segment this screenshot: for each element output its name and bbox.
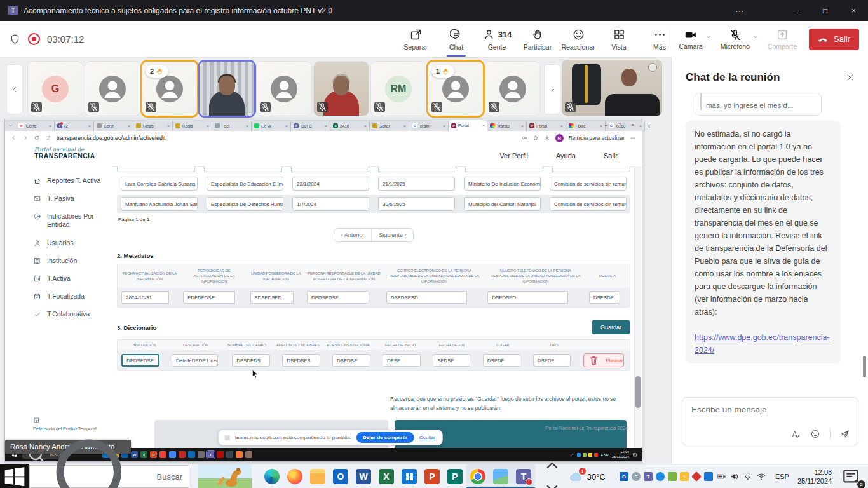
browser-tab-3w[interactable]: (3) W× — [252, 121, 291, 131]
tray-outlook-tray-icon[interactable]: O — [620, 472, 628, 481]
quoted-message[interactable]: mas, yo ingrese el mes d... — [695, 93, 822, 116]
shared-taskbar-firefox-icon[interactable] — [236, 451, 243, 458]
shared-taskbar-photos-icon[interactable] — [226, 451, 233, 458]
tray-defender-warning-icon[interactable]: ! — [680, 472, 689, 481]
portal-nav-ayuda[interactable]: Ayuda — [556, 152, 576, 159]
browser-close-button[interactable]: × — [626, 122, 639, 128]
shared-notification-icon[interactable] — [632, 452, 637, 458]
tray-red-app-icon[interactable] — [691, 471, 702, 482]
metadatos-input[interactable]: DSFDSFSD — [386, 291, 467, 304]
shared-taskbar-user-photo-icon[interactable] — [245, 451, 252, 458]
url-text[interactable]: transparencia.dpe.gob.ec/admin/active/ed… — [57, 135, 516, 141]
metadatos-input[interactable]: 2024-10-31 — [121, 291, 169, 304]
weather-widget[interactable]: 1 30°C — [568, 470, 606, 483]
sidebar-item-indicadores-por-entidad[interactable]: Indicadores Por Entidad — [33, 212, 103, 229]
taskbar-app-store[interactable] — [398, 464, 421, 488]
shared-taskbar-acrobat-icon[interactable] — [217, 451, 224, 458]
chat-close-icon[interactable] — [846, 73, 855, 82]
send-message-icon[interactable] — [840, 429, 850, 439]
metadatos-input[interactable]: DFDSFDSF — [307, 291, 369, 304]
start-button[interactable] — [0, 464, 29, 488]
tab-close-icon[interactable]: × — [560, 124, 563, 128]
shared-taskbar-chrome-profile-icon[interactable] — [169, 451, 176, 458]
download-icon[interactable] — [544, 135, 550, 141]
tab-close-icon[interactable]: × — [128, 124, 130, 128]
shared-taskbar-winrar-icon[interactable] — [179, 451, 186, 458]
table-cell-input[interactable]: 22/1/2024 — [292, 177, 369, 191]
taskbar-app-chrome[interactable] — [466, 464, 489, 488]
sidebar-item-usuarios[interactable]: Usuarios — [33, 239, 103, 247]
toolbar-reaccionar-button[interactable]: Reaccionar — [558, 21, 599, 57]
tab-close-icon[interactable]: × — [482, 123, 485, 128]
taskbar-app-photos[interactable] — [489, 464, 512, 488]
back-icon[interactable] — [11, 135, 17, 141]
taskbar-search-box[interactable]: Buscar — [29, 465, 189, 488]
participant-avatar-tile[interactable]: 1 — [428, 62, 483, 116]
relaunch-to-update-button[interactable]: Reinicia para actualizar — [569, 135, 625, 141]
format-text-icon[interactable] — [790, 429, 801, 439]
taskbar-app-powerpoint[interactable]: P — [421, 464, 444, 488]
participant-avatar-tile[interactable]: RM — [371, 62, 426, 116]
diccionario-input[interactable]: DFSDFDS — [232, 354, 270, 367]
taskbar-app-outlook[interactable]: O — [329, 464, 352, 488]
sidebar-item-t-activa[interactable]: T.Activa — [33, 274, 103, 283]
chat-message-link[interactable]: https://www.dpe.gob.ec/transparencia-202… — [695, 331, 832, 356]
metadatos-input[interactable]: FDFDFDSF — [183, 291, 235, 304]
taskbar-app-excel[interactable]: X — [375, 464, 398, 488]
table-cell-input[interactable]: Mantuano Anchundia Johan Santi — [121, 197, 198, 211]
tray-volume-icon[interactable] — [729, 471, 740, 482]
shared-taskbar-powerpoint-icon[interactable]: P — [150, 451, 157, 458]
browser-tab-regis[interactable]: Regis× — [133, 121, 173, 131]
tray-teams-tray-icon[interactable]: T — [644, 472, 653, 481]
metadatos-input[interactable]: DSFSDF — [589, 291, 620, 304]
portal-scrollbar[interactable] — [634, 166, 642, 448]
strip-scroll-left-button[interactable] — [6, 64, 23, 114]
self-view-video[interactable] — [562, 60, 662, 116]
browser-tab-portal[interactable]: PPortal× — [449, 120, 487, 131]
pagination-prev-button[interactable]: ‹ Anterior — [334, 229, 372, 241]
tray-antivirus-shield-icon[interactable] — [668, 472, 677, 481]
browser-tab-_del_[interactable]: _del_× — [212, 121, 252, 131]
taskbar-resize-chevrons[interactable] — [541, 455, 563, 488]
browser-minimize-button[interactable]: – — [599, 122, 613, 128]
password-key-icon[interactable] — [521, 135, 527, 141]
participant-video-tile[interactable] — [314, 62, 369, 116]
tab-close-icon[interactable]: × — [325, 124, 327, 128]
shared-taskbar-chrome-icon[interactable] — [159, 451, 166, 458]
shared-tray-chevron-icon[interactable] — [569, 452, 574, 457]
participant-avatar-tile[interactable]: 2 — [142, 62, 197, 116]
browser-tab-2410[interactable]: X2410× — [330, 121, 370, 131]
portal-nav-salir[interactable]: Salir — [604, 152, 618, 159]
camera-button[interactable]: Cámara — [679, 28, 712, 50]
reload-icon[interactable] — [34, 135, 40, 141]
share-button[interactable]: Comparte — [768, 28, 797, 50]
tab-close-icon[interactable]: × — [521, 124, 524, 128]
table-cell-input[interactable]: Ministerio De Inclusión Económic — [464, 177, 541, 191]
leave-meeting-button[interactable]: Salir — [809, 29, 859, 50]
diccionario-input[interactable]: DSFDSF — [332, 354, 370, 367]
tray-microphone-icon[interactable] — [743, 471, 753, 482]
toolbar-participar-button[interactable]: Participar — [517, 21, 558, 57]
toolbar-gente-button[interactable]: 314Gente — [477, 21, 517, 57]
bookmark-star-icon[interactable] — [532, 135, 539, 141]
taskbar-app-edge[interactable] — [261, 464, 283, 488]
participant-avatar-tile[interactable] — [485, 62, 540, 116]
portal-scrollbar-thumb[interactable] — [635, 376, 641, 408]
tab-close-icon[interactable]: × — [246, 124, 248, 128]
table-cell-input[interactable]: Municipio del Cantón Naranjal — [464, 197, 541, 211]
participant-avatar-tile[interactable]: G — [28, 62, 83, 116]
taskbar-app-publisher[interactable]: P — [444, 464, 466, 488]
table-cell-input[interactable]: Especialista De Educación E Inves — [207, 177, 283, 191]
tab-close-icon[interactable]: × — [364, 124, 367, 128]
participant-video-tile[interactable] — [200, 62, 254, 116]
taskbar-app-file-explorer[interactable] — [306, 464, 329, 488]
tray-sync-globe-icon[interactable] — [656, 472, 665, 481]
taskbar-app-firefox[interactable] — [283, 464, 306, 488]
diccionario-input[interactable]: DFSF — [383, 354, 421, 367]
tab-close-icon[interactable]: × — [639, 124, 642, 128]
site-info-icon[interactable] — [45, 135, 51, 141]
diccionario-input[interactable]: SFDSF — [433, 354, 471, 367]
shared-clock[interactable]: 12:09 25/11/2024 — [612, 450, 629, 459]
table-cell-input[interactable]: 30/6/2025 — [378, 197, 455, 211]
browser-maximize-button[interactable]: □ — [613, 122, 626, 128]
